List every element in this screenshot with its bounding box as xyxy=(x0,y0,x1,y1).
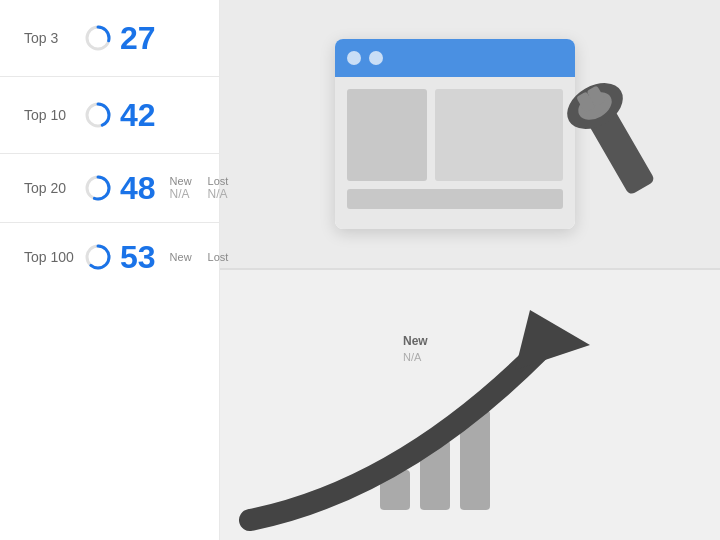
rank-meta-new-top100: New xyxy=(170,251,192,263)
new-label-top100: New xyxy=(170,251,192,263)
rank-meta-new-top20: New N/A xyxy=(170,175,192,201)
new-label-top20: New xyxy=(170,175,192,187)
lost-value-top20: N/A xyxy=(208,187,229,201)
browser-dot-2 xyxy=(369,51,383,65)
rank-value-top10: 42 xyxy=(120,99,156,131)
lost-label-top100: Lost xyxy=(208,251,229,263)
rank-circle-top100 xyxy=(84,243,112,271)
rank-meta-lost-top20: Lost N/A xyxy=(208,175,229,201)
browser-titlebar xyxy=(335,39,575,77)
new-nia-label: New N/A xyxy=(403,333,428,365)
browser-bottom xyxy=(347,189,563,209)
rank-label-top100: Top 100 xyxy=(24,249,74,265)
lost-label-top20: Lost xyxy=(208,175,229,187)
bottom-illustration: New N/A xyxy=(220,270,720,540)
rank-circle-top10 xyxy=(84,101,112,129)
rank-section-top100: Top 100 53 New Lost xyxy=(0,223,219,291)
rank-label-top3: Top 3 xyxy=(24,30,74,46)
rank-meta-top20: New N/A Lost N/A xyxy=(170,175,229,201)
browser-window xyxy=(335,39,575,229)
new-value-top20: N/A xyxy=(170,187,192,201)
rank-meta-lost-top100: Lost xyxy=(208,251,229,263)
rank-circle-top3 xyxy=(84,24,112,52)
browser-body xyxy=(335,77,575,229)
rank-meta-top100: New Lost xyxy=(170,251,229,263)
svg-marker-16 xyxy=(515,310,590,370)
rank-label-top20: Top 20 xyxy=(24,180,74,196)
rank-section-top3: Top 3 27 xyxy=(0,0,219,77)
rank-section-top10: Top 10 42 xyxy=(0,77,219,154)
wrench-icon xyxy=(540,47,680,221)
rank-value-top3: 27 xyxy=(120,22,156,54)
growth-chart-svg xyxy=(220,270,720,540)
rank-circle-top20 xyxy=(84,174,112,202)
browser-dot-1 xyxy=(347,51,361,65)
main-container: Top 3 27 Top 10 42 Top 20 xyxy=(0,0,720,540)
right-panel: New N/A xyxy=(220,0,720,540)
rank-value-top20: 48 xyxy=(120,172,156,204)
rank-label-top10: Top 10 xyxy=(24,107,74,123)
left-panel: Top 3 27 Top 10 42 Top 20 xyxy=(0,0,220,540)
rank-value-top100: 53 xyxy=(120,241,156,273)
rank-section-top20: Top 20 48 New N/A Lost N/A xyxy=(0,154,219,223)
top-illustration xyxy=(220,0,720,270)
browser-sidebar xyxy=(347,89,427,181)
